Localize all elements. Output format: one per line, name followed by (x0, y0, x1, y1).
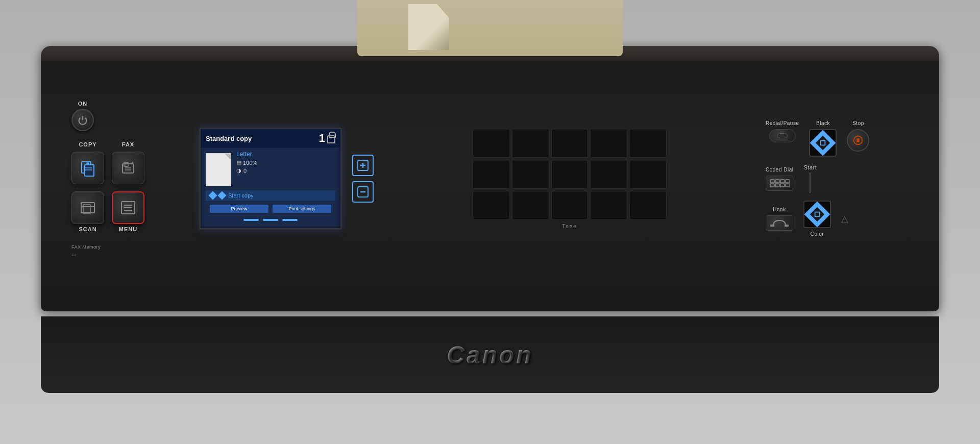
warning-triangle-icon: △ (841, 213, 848, 225)
tone-section: Tone (389, 129, 750, 229)
tone-grid (473, 129, 667, 220)
tone-key-12[interactable] (512, 191, 549, 220)
diamond-icon-right (218, 191, 227, 200)
lcd-body: Letter ▤ 100% ◑ 0 (201, 147, 340, 189)
preview-btn[interactable]: Preview (210, 205, 268, 213)
on-button-area: ON (71, 101, 94, 131)
lcd-info: Letter ▤ 100% ◑ 0 (236, 151, 335, 174)
stop-label: Stop (852, 120, 864, 126)
printer-body: ON COPY (41, 46, 939, 311)
svg-rect-28 (786, 180, 790, 183)
tone-key-11[interactable] (473, 191, 510, 220)
tone-key-7[interactable] (512, 160, 549, 189)
plus-minus-section (352, 155, 374, 203)
svg-point-2 (86, 162, 89, 165)
tone-key-3[interactable] (551, 129, 589, 158)
right-bottom-row: Hook (766, 201, 909, 237)
tone-key-5[interactable] (629, 129, 667, 158)
coded-dial-button[interactable] (766, 176, 793, 191)
black-diamond-inner (816, 136, 830, 150)
tone-key-15[interactable] (629, 191, 667, 220)
right-middle-row: Coded Dial (766, 164, 909, 193)
fax-button[interactable] (112, 152, 144, 184)
svg-rect-33 (770, 225, 774, 227)
tone-key-6[interactable] (473, 160, 510, 189)
copy-btn-group: COPY (71, 141, 104, 184)
tone-key-9[interactable] (590, 160, 627, 189)
svg-marker-24 (857, 138, 860, 142)
menu-label: MENU (119, 226, 137, 232)
svg-marker-22 (819, 138, 827, 147)
lcd-dot-3 (282, 219, 298, 221)
tone-key-2[interactable] (512, 129, 549, 158)
tone-key-4[interactable] (590, 129, 627, 158)
tone-key-8[interactable] (551, 160, 589, 189)
paper-corner (408, 4, 449, 50)
black-label: Black (816, 120, 830, 126)
right-top-row: Redial/Pause Black (766, 120, 909, 157)
scan-label: SCAN (79, 226, 96, 232)
left-section: ON COPY (71, 101, 184, 257)
paper-size: Letter (236, 151, 335, 158)
print-settings-btn[interactable]: Print settings (273, 205, 331, 213)
scan-btn-group: SCAN (71, 191, 104, 234)
svg-marker-35 (813, 210, 821, 218)
minus-button[interactable] (352, 181, 374, 203)
tone-key-1[interactable] (473, 129, 510, 158)
start-copy-text: Start copy (228, 192, 254, 199)
printer-outer: ON COPY (0, 0, 980, 444)
svg-rect-30 (775, 184, 779, 187)
fax-label: FAX (122, 141, 134, 147)
svg-rect-34 (785, 225, 789, 227)
svg-rect-26 (775, 180, 779, 183)
fax-memory-label: FAX Memory (71, 244, 101, 250)
stop-button[interactable] (847, 129, 869, 152)
black-start-button[interactable] (809, 129, 837, 157)
start-label: Start (803, 164, 817, 170)
lcd-footer: Preview Print settings (206, 203, 335, 215)
right-section: Redial/Pause Black (766, 120, 909, 237)
coded-dial-group: Coded Dial (766, 167, 793, 191)
lcd-header: Standard copy 1 (201, 129, 340, 147)
diamond-icon-left (209, 191, 217, 200)
color-diamond (804, 202, 830, 228)
color-start-button[interactable] (803, 201, 831, 228)
svg-rect-31 (780, 184, 785, 187)
redial-inner (777, 133, 788, 138)
center-section: Standard copy 1 Letter ▤ 100% (199, 128, 374, 230)
brace-line (810, 172, 811, 193)
control-panel: ON COPY (41, 61, 939, 296)
color-diamond-inner (810, 207, 824, 221)
redial-button[interactable] (769, 129, 796, 142)
lock-icon (327, 135, 335, 143)
lcd-screen: Standard copy 1 Letter ▤ 100% (199, 128, 342, 230)
brightness-row: ◑ 0 (236, 167, 335, 174)
lcd-start-copy-row: Start copy (206, 190, 335, 201)
hook-group: Hook (766, 207, 793, 231)
copy-button[interactable] (71, 152, 104, 184)
tone-key-10[interactable] (629, 160, 667, 189)
black-diamond (810, 130, 836, 156)
menu-btn-group: MENU (112, 191, 144, 234)
plus-button[interactable] (352, 155, 374, 176)
start-label-area: Start (803, 164, 817, 193)
hook-label: Hook (773, 207, 786, 212)
redial-label: Redial/Pause (766, 120, 799, 126)
color-label: Color (811, 231, 824, 237)
paper-tray (357, 0, 623, 56)
fax-btn-group: FAX (112, 141, 144, 184)
printer-lower-body: Canon (41, 316, 939, 393)
lcd-dots (201, 217, 340, 223)
on-button[interactable] (71, 109, 94, 131)
color-group: Color (803, 201, 831, 237)
tone-key-13[interactable] (551, 191, 589, 220)
lcd-dot-1 (243, 219, 259, 221)
canon-logo: Canon (447, 341, 533, 369)
svg-rect-32 (786, 184, 790, 187)
scan-button[interactable] (71, 191, 104, 224)
hook-button[interactable] (766, 215, 793, 231)
lcd-dot-2 (263, 219, 278, 221)
tone-key-14[interactable] (590, 191, 627, 220)
svg-rect-1 (85, 165, 94, 176)
menu-button[interactable] (112, 191, 144, 224)
